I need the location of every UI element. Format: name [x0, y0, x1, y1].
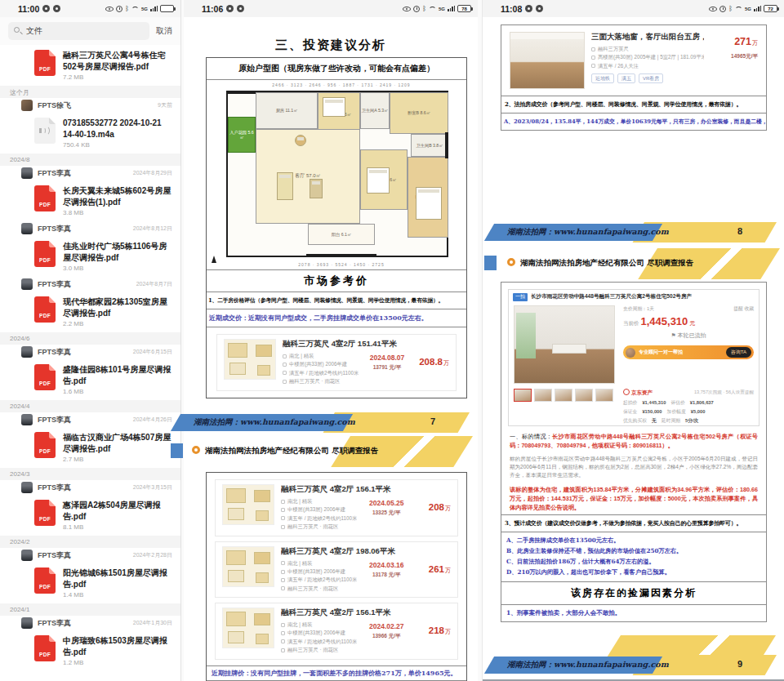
pdf-file-icon: PDF	[34, 568, 56, 594]
file-row[interactable]: 073185532772 2024-10-21 14-40-19.m4a 750…	[0, 113, 180, 154]
file-row[interactable]: PDF 现代华都家园2栋1305室房屋尽调报告.pdf 2.2 MB	[0, 292, 180, 332]
remind-collect-links: 提醒 收藏	[733, 305, 754, 313]
site-banner: 湖南法拍网：www.hunanfapaiwang.com 7	[171, 412, 478, 433]
sofa-icon	[277, 172, 293, 200]
auction-meta: 竞价周期：1天	[623, 305, 654, 313]
section-header: 2024/8	[0, 154, 180, 166]
cancel-button[interactable]: 取消	[156, 25, 172, 37]
analysis-box: 原始户型图（现房东做了些许改动，可能会有点偏差） 2466 · 3123 · 2…	[206, 57, 467, 398]
file-name: 融科三万英尺公寓4号栋住宅502号房屋尽调报告.pdf	[63, 50, 172, 72]
wall-segment	[445, 132, 448, 158]
photo-thumbnails	[514, 389, 613, 402]
status-icons: ᛒ 5G 78	[403, 4, 471, 14]
listing-title: 融科三万英尺 4室2厅 151.41平米	[283, 339, 449, 349]
banner-blue-shape: 湖南法拍网：www.hunanfapaiwang.com	[484, 224, 662, 241]
file-row[interactable]: PDF 福临古汉商业广场4栋507房屋尽调报告.pdf 2.7 MB	[0, 427, 180, 468]
auction-screenshot: 一拍 长沙市雨花区劳动中路448号融科三万英尺公寓2号栋住宅502号房产 竞价周…	[508, 289, 760, 426]
pdf-file-icon: PDF	[34, 364, 56, 390]
banner-blue-shape: 湖南法拍网：www.hunanfapaiwang.com	[171, 414, 353, 431]
sender-row: FPTS徐飞 9天前	[0, 98, 180, 113]
network-label: 5G	[439, 7, 445, 11]
current-price: 1,445,310	[641, 315, 688, 327]
file-row[interactable]: PDF 惠泽园A2栋504房屋尽调报告.pdf 8.1 MB	[0, 495, 180, 536]
report-header-text: 湖南法拍网法拍房地产经纪有限公司 尽职调查报告	[520, 258, 693, 269]
pdf-file-icon: PDF	[34, 296, 56, 323]
file-row[interactable]: PDF 盛隆佳园8栋101号房屋尽调报告.pdf 1.6 MB	[0, 359, 180, 400]
avatar	[21, 617, 33, 629]
section-header: 2024/4	[0, 400, 180, 412]
auction-summary-paragraph: 该标的整体为住宅，建筑面积为135.84平方米，分摊建筑面积为34.96平方米，…	[501, 483, 766, 514]
sender-row: FPTS李真 2024年8月12日	[0, 221, 180, 236]
sender-row: FPTS李真 2024年1月30日	[0, 616, 180, 630]
listing-tags: 近地铁 满五 VR看房	[591, 73, 704, 83]
target-description: 一、标的情况：长沙市雨花区劳动中路448号融科三万英尺公寓2号栋住宅502号房产…	[501, 430, 766, 452]
vendor-logo: 京东资产	[623, 389, 653, 397]
status-time: 11:00	[18, 4, 39, 14]
listing-card: 融科三万英尺 4室2厅 156.1平米 南北 | 精装 中楼层(共33层) 20…	[215, 479, 458, 536]
listing-details: 南北 | 精装 中楼层(共33层) 2006年建 满五年 / 距地铁2号线约11…	[281, 559, 357, 594]
sale-listing-box: 三面大落地窗，客厅出阳台五房，四十万住家装修 融科三万英尺 高楼层(共30层) …	[501, 24, 767, 131]
status-time: 11:08	[501, 4, 522, 14]
consult-button: 咨询TA	[726, 347, 751, 358]
bed-icon	[416, 187, 442, 220]
file-row[interactable]: PDF 阳光锦城6栋1501房屋尽调报告.pdf 1.4 MB	[0, 563, 180, 603]
listing-card-wrap: 融科三万英尺 4室2厅 151.41平米 南北 | 精装 中楼层(共33层) 2…	[207, 327, 466, 398]
page-number: 9	[737, 659, 742, 669]
battery-icon: 72	[764, 5, 777, 12]
listings-box: 融科三万英尺 4室2厅 156.1平米 南北 | 精装 中楼层(共33层) 20…	[206, 472, 467, 681]
photo-thumb	[575, 389, 593, 402]
notification-dot-icon	[237, 5, 244, 12]
tv-cabinet-icon	[310, 179, 323, 198]
total-price: 271	[734, 36, 751, 47]
site-banner: 湖南法拍网：www.hunanfapaiwang.com 9	[484, 655, 784, 675]
status-time: 11:06	[202, 4, 223, 14]
dimension-labels-top: 2466 · 3123 · 2646 · 956 · 1887 · 1731 ·…	[223, 82, 460, 87]
search-input[interactable]	[8, 22, 149, 40]
site-url: 湖南法拍网：www.hunanfapaiwang.com	[489, 660, 669, 670]
page-title: 三、投资建议分析	[184, 38, 478, 53]
floorplan-thumbnail	[222, 484, 274, 525]
bluetooth-icon: ᛒ	[422, 6, 426, 12]
floorplan-drawing: 厨房 11.1㎡ 入户花园 5.6㎡ 卧室A 11.5㎡ 卫生间A 5.3㎡ 卧…	[226, 91, 448, 257]
photo-thumb	[534, 389, 552, 402]
footer-yellow-wedge	[608, 635, 776, 657]
listing-title: 三面大落地窗，客厅出阳台五房，四十万住家装修	[591, 32, 704, 42]
notification-dot-icon	[226, 5, 234, 12]
audio-file-icon	[34, 118, 56, 144]
pdf-file-icon: PDF	[34, 635, 56, 661]
file-row[interactable]: PDF 融科三万英尺公寓4号栋住宅502号房屋尽调报告.pdf 7.2 MB	[0, 45, 180, 86]
site-url: 湖南法拍网：www.hunanfapaiwang.com	[489, 227, 669, 238]
photo-thumb	[595, 389, 613, 402]
avatar	[21, 278, 33, 290]
notification-dot-icon	[42, 5, 50, 12]
floorplan-thumbnail	[222, 546, 274, 587]
file-row[interactable]: PDF 中房瑞致6栋1503房屋尽调报告.pdf 1.2 MB	[0, 630, 180, 671]
banner-blue-shape: 湖南法拍网：www.hunanfapaiwang.com	[484, 657, 662, 674]
listing-price-note: 近期挂牌价：没有同户型挂牌，一套面积差不多的挂牌价格271万，单价14965元。	[207, 665, 466, 681]
unit-price: 13791 元/平	[359, 364, 415, 372]
wall-segment	[306, 254, 376, 257]
avatar	[21, 482, 33, 493]
battery-icon: 78	[457, 5, 471, 12]
bed-icon	[367, 167, 390, 194]
status-icons: ᛒ 5G 72	[709, 4, 777, 14]
unit-price: 14965元/平	[710, 53, 758, 60]
eye-protect-icon	[105, 7, 114, 11]
wifi-icon	[735, 7, 742, 14]
search-icon	[14, 27, 20, 33]
photo-thumb	[514, 389, 532, 402]
file-row[interactable]: PDF 佳兆业时代广场5栋1106号房屋尽调报告.pdf 3.0 MB	[0, 236, 180, 277]
detail-icon	[283, 354, 287, 358]
room-living: 客厅 57.0㎡	[256, 129, 360, 224]
eye-protect-icon	[709, 7, 717, 11]
sender-row: FPTS李真 2024年2月28日	[0, 548, 180, 563]
file-row[interactable]: PDF 长房天翼未来城5栋602号房屋尽调报告(1).pdf 3.8 MB	[0, 180, 180, 221]
signal-icon	[150, 6, 158, 12]
page-number: 7	[430, 416, 435, 426]
status-bar: 11:08 ᛒ 5G 72	[483, 0, 784, 17]
estimate-list: A、二手房挂牌成交单价在13500元左右。 B、此房业主装修保持还不错，预估此房…	[501, 532, 766, 581]
view-stats: 13,757次围观 · 56人设置提醒	[694, 389, 754, 396]
deal-date: 2024.08.07	[359, 354, 415, 362]
point-2: 2、法拍房成交价（参考同户型、同楼层、同装修情况、同景观、同学位使用情况，最有依…	[501, 96, 766, 113]
listing-card: 三面大落地窗，客厅出阳台五房，四十万住家装修 融科三万英尺 高楼层(共30层) …	[501, 25, 766, 96]
